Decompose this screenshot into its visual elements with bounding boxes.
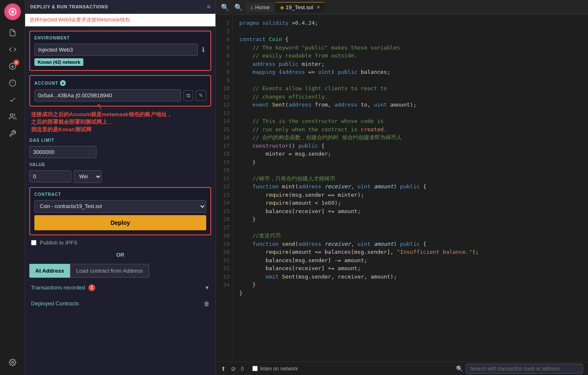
contract-select[interactable]: Coin - contracts/19_Test.sol xyxy=(34,200,206,213)
ipfs-checkbox[interactable] xyxy=(31,240,36,245)
transactions-chevron-icon: ▼ xyxy=(205,285,210,291)
home-tab-icon: ⌂ xyxy=(250,4,254,10)
contract-label: CONTRACT xyxy=(34,192,206,197)
sidebar-item-plugins[interactable] xyxy=(5,126,20,141)
panel-header: DEPLOY & RUN TRANSACTIONS ≡ xyxy=(25,0,215,14)
transactions-row[interactable]: Transactions recorded 1 ▼ xyxy=(29,282,211,294)
sidebar-item-debug[interactable] xyxy=(5,76,20,91)
transactions-label: Transactions recorded xyxy=(31,284,85,291)
panel-menu-icon[interactable]: ≡ xyxy=(207,3,210,10)
search-input[interactable] xyxy=(466,364,583,374)
up-arrow-icon[interactable]: ⬆ xyxy=(221,365,226,372)
value-unit-select[interactable]: Wei Gwei Ether xyxy=(74,170,102,183)
or-divider: OR xyxy=(29,250,211,260)
account-copy-button[interactable]: ⧉ xyxy=(184,90,193,101)
ipfs-row: Publish to IPFS xyxy=(29,240,211,246)
svg-point-1 xyxy=(11,10,14,13)
environment-row: Injected Web3 JavaScript VM Web3 Provide… xyxy=(34,44,206,56)
file-tab-label: 19_Test.sol xyxy=(286,4,313,10)
account-plus-icon[interactable]: + xyxy=(60,80,66,86)
transactions-badge: 1 xyxy=(88,284,95,291)
stop-icon[interactable]: ⊘ xyxy=(231,365,236,372)
app-logo xyxy=(4,3,21,20)
line-numbers: 2345678910111213141516171819202122232425… xyxy=(216,15,233,362)
icon-bar: 3 xyxy=(0,0,25,375)
ipfs-label: Publish to IPFS xyxy=(40,240,78,246)
contract-row: Coin - contracts/19_Test.sol xyxy=(34,200,206,213)
alert-banner: 选择Injected Web3会要求连接Metamask钱包 xyxy=(25,14,215,26)
deploy-button[interactable]: Deploy xyxy=(34,215,206,230)
home-tab-label: Home xyxy=(255,4,270,10)
search-icon: 🔍 xyxy=(456,365,463,372)
trash-icon[interactable]: 🗑 xyxy=(204,300,210,307)
sidebar-item-files[interactable] xyxy=(5,25,20,40)
panel-content: ENVIRONMENT Injected Web3 JavaScript VM … xyxy=(25,26,215,314)
value-input[interactable] xyxy=(29,170,71,182)
account-section: ACCOUNT + 0x5a4...43BAa (0.0029818940 ⧉ … xyxy=(29,75,211,107)
deployed-contracts-label: Deployed Contracts xyxy=(31,300,79,307)
network-badge: Kovan (42) network xyxy=(34,58,83,66)
environment-select[interactable]: Injected Web3 JavaScript VM Web3 Provide… xyxy=(34,44,198,56)
listen-on-network-checkbox[interactable] xyxy=(252,366,258,371)
sidebar-item-test[interactable] xyxy=(5,92,20,107)
load-contract-button[interactable]: Load contract from Address xyxy=(70,264,149,278)
gas-limit-section: GAS LIMIT xyxy=(29,138,211,158)
tab-close-icon[interactable]: ✕ xyxy=(316,5,320,10)
zoom-in-button[interactable]: 🔍 xyxy=(219,3,231,12)
panel-title: DEPLOY & RUN TRANSACTIONS xyxy=(30,4,108,9)
at-address-button[interactable]: At Address xyxy=(29,264,70,278)
status-counter: 0 xyxy=(241,366,244,372)
account-select[interactable]: 0x5a4...43BAa (0.0029818940 xyxy=(34,89,181,102)
value-section: VALUE Wei Gwei Ether xyxy=(29,162,211,183)
search-bar: 🔍 xyxy=(456,364,583,374)
contract-section: CONTRACT Coin - contracts/19_Test.sol De… xyxy=(29,187,211,235)
address-buttons: At Address Load contract from Address xyxy=(29,264,211,278)
code-editor: 2345678910111213141516171819202122232425… xyxy=(216,15,588,362)
gas-limit-input[interactable] xyxy=(29,146,96,158)
value-row: Wei Gwei Ether xyxy=(29,170,211,183)
sidebar-item-analysis[interactable] xyxy=(5,109,20,124)
code-content[interactable]: pragma solidity >0.4.24; contract Coin {… xyxy=(233,15,588,362)
deployed-contracts-row: Deployed Contracts 🗑 xyxy=(29,298,211,310)
sidebar-item-deploy[interactable]: 3 xyxy=(5,59,20,74)
environment-section: ENVIRONMENT Injected Web3 JavaScript VM … xyxy=(29,31,211,71)
svg-point-6 xyxy=(10,114,13,116)
listen-on-network-label: listen on network xyxy=(260,366,298,372)
editor-area: 🔍 🔍 ⌂ Home ◈ 19_Test.sol ✕ 2345678910111… xyxy=(216,0,588,375)
file-tab-icon: ◈ xyxy=(280,4,284,10)
status-bar: ⬆ ⊘ 0 listen on network 🔍 xyxy=(216,362,588,375)
account-label: ACCOUNT xyxy=(34,81,58,86)
value-label: VALUE xyxy=(29,162,211,167)
account-row: 0x5a4...43BAa (0.0029818940 ⧉ ✎ xyxy=(34,89,206,102)
sidebar-item-compile[interactable] xyxy=(5,42,20,57)
tab-bar: 🔍 🔍 ⌂ Home ◈ 19_Test.sol ✕ xyxy=(216,0,588,15)
account-label-row: ACCOUNT + xyxy=(34,80,206,86)
tab-file[interactable]: ◈ 19_Test.sol ✕ xyxy=(276,2,325,12)
gas-limit-label: GAS LIMIT xyxy=(29,138,211,143)
zoom-out-button[interactable]: 🔍 xyxy=(233,3,244,12)
svg-point-7 xyxy=(11,362,13,364)
account-edit-button[interactable]: ✎ xyxy=(196,90,206,101)
transactions-left: Transactions recorded 1 xyxy=(31,284,95,291)
deploy-badge: 3 xyxy=(13,60,19,65)
tab-home[interactable]: ⌂ Home xyxy=(246,3,274,12)
deploy-panel: DEPLOY & RUN TRANSACTIONS ≡ 选择Injected W… xyxy=(25,0,216,375)
environment-info-button[interactable]: ℹ xyxy=(200,45,206,55)
environment-label: ENVIRONMENT xyxy=(34,36,206,40)
sidebar-item-settings[interactable] xyxy=(5,355,20,370)
annotation-1: ↑ 连接成功之后的Account就是metamask钱包的账户地址， 之后的部署… xyxy=(29,111,211,134)
